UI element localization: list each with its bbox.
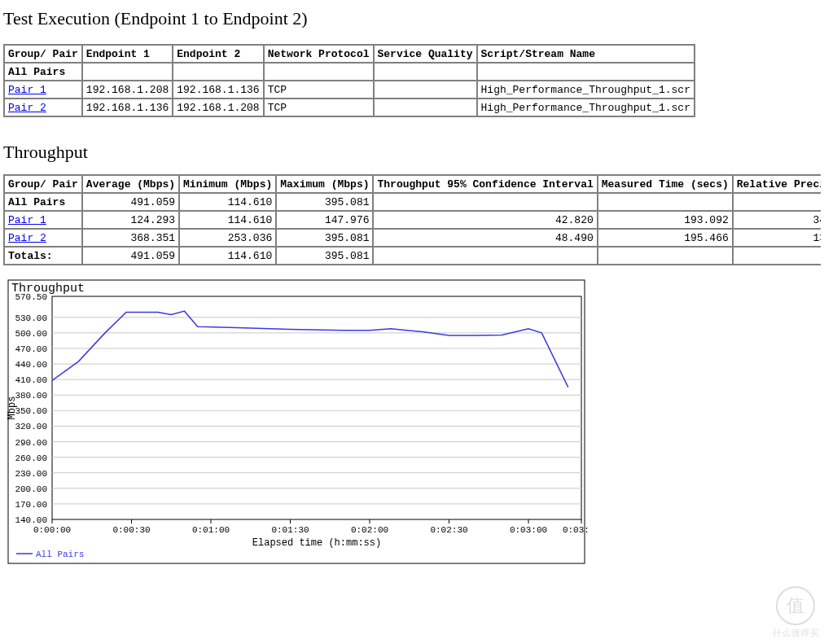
y-tick-label: 500.00 [15, 329, 47, 339]
rp-cell: 13.164 [733, 229, 821, 247]
min-cell: 253.036 [179, 229, 276, 247]
time-cell [598, 193, 733, 211]
y-tick-label: 350.00 [15, 406, 47, 416]
max-cell: 395.081 [276, 247, 373, 265]
pair-cell: All Pairs [4, 193, 82, 211]
t2-header-2: Minimum (Mbps) [179, 175, 276, 193]
rp-cell [733, 247, 821, 265]
x-tick-label: 0:02:30 [430, 525, 467, 535]
y-tick-label: 530.00 [15, 313, 47, 323]
table-row: All Pairs491.059114.610395.081 [4, 193, 821, 211]
throughput-chart: Throughput140.00170.00200.00230.00260.00… [3, 275, 821, 572]
pair-link[interactable]: Pair 2 [8, 232, 46, 244]
ci-cell [373, 193, 597, 211]
min-cell: 114.610 [179, 211, 276, 229]
min-cell: 114.610 [179, 193, 276, 211]
t1-header-4: Service Quality [374, 45, 477, 63]
script-cell: High_Performance_Throughput_1.scr [477, 81, 695, 99]
y-tick-label: 170.00 [15, 500, 47, 510]
script-cell [477, 63, 695, 81]
pair-cell: All Pairs [4, 63, 82, 81]
heading-test-execution: Test Execution (Endpoint 1 to Endpoint 2… [3, 8, 821, 29]
t2-header-4: Throughput 95% Confidence Interval [373, 175, 597, 193]
y-tick-label: 260.00 [15, 453, 47, 463]
y-axis-label: Mbps [7, 396, 18, 420]
y-tick-label: 320.00 [15, 422, 47, 432]
max-cell: 395.081 [276, 229, 373, 247]
x-tick-label: 0:01:00 [192, 525, 230, 535]
rp-cell [733, 193, 821, 211]
x-tick-label: 0:01:30 [271, 525, 309, 535]
ci-cell: 42.820 [373, 211, 597, 229]
t2-header-3: Maximum (Mbps) [276, 175, 373, 193]
table-row: Pair 1124.293114.610147.97642.820193.092… [4, 211, 821, 229]
time-cell [598, 247, 733, 265]
y-tick-label: 290.00 [15, 438, 47, 448]
y-tick-label: 440.00 [15, 360, 47, 370]
table-row: Pair 2192.168.1.136192.168.1.208TCPHigh_… [4, 99, 695, 116]
avg-cell: 491.059 [82, 193, 179, 211]
protocol-cell: TCP [264, 81, 374, 99]
service-quality-cell [374, 99, 477, 116]
max-cell: 395.081 [276, 193, 373, 211]
ci-cell [373, 247, 597, 265]
y-tick-label: 470.00 [15, 344, 47, 354]
endpoint1-cell: 192.168.1.208 [82, 81, 173, 99]
table-row: Pair 1192.168.1.208192.168.1.136TCPHigh_… [4, 81, 695, 99]
protocol-cell: TCP [264, 99, 374, 116]
y-tick-label: 200.00 [15, 484, 47, 494]
pair-cell: Pair 2 [4, 99, 82, 116]
table-row: Totals:491.059114.610395.081 [4, 247, 821, 265]
x-tick-label: 0:02:00 [351, 525, 388, 535]
pair-link[interactable]: Pair 2 [8, 102, 46, 114]
pair-cell: Pair 1 [4, 81, 82, 99]
avg-cell: 491.059 [82, 247, 179, 265]
y-tick-label: 380.00 [15, 391, 47, 401]
x-tick-label: 0:03:20 [563, 525, 590, 535]
t1-header-0: Group/ Pair [4, 45, 82, 63]
time-cell: 195.466 [598, 229, 733, 247]
endpoint2-cell: 192.168.1.136 [173, 81, 263, 99]
table-row: Pair 2368.351253.036395.08148.490195.466… [4, 229, 821, 247]
t2-header-1: Average (Mbps) [82, 175, 179, 193]
service-quality-cell [374, 63, 477, 81]
x-axis-label: Elapsed time (h:mm:ss) [252, 537, 381, 549]
y-tick-label: 570.50 [15, 292, 47, 302]
rp-cell: 34.451 [733, 211, 821, 229]
y-tick-label: 410.00 [15, 375, 47, 385]
table-row: All Pairs [4, 63, 695, 81]
ci-cell: 48.490 [373, 229, 597, 247]
t1-header-3: Network Protocol [264, 45, 374, 63]
pair-cell: Totals: [4, 247, 82, 265]
endpoint2-cell [173, 63, 263, 81]
series-line [52, 311, 568, 388]
endpoint2-cell: 192.168.1.208 [173, 99, 263, 116]
t2-header-0: Group/ Pair [4, 175, 82, 193]
x-tick-label: 0:00:00 [33, 525, 71, 535]
t1-header-2: Endpoint 2 [173, 45, 263, 63]
service-quality-cell [374, 81, 477, 99]
y-tick-label: 140.00 [15, 515, 47, 525]
test-execution-table: Group/ PairEndpoint 1Endpoint 2Network P… [3, 44, 695, 117]
pair-link[interactable]: Pair 1 [8, 214, 46, 226]
t1-header-5: Script/Stream Name [477, 45, 695, 63]
avg-cell: 124.293 [82, 211, 179, 229]
endpoint1-cell [82, 63, 173, 81]
pair-link[interactable]: Pair 1 [8, 84, 46, 96]
max-cell: 147.976 [276, 211, 373, 229]
avg-cell: 368.351 [82, 229, 179, 247]
throughput-table: Group/ PairAverage (Mbps)Minimum (Mbps)M… [3, 174, 821, 265]
chart-border [8, 280, 585, 563]
t2-header-5: Measured Time (secs) [598, 175, 733, 193]
pair-cell: Pair 2 [4, 229, 82, 247]
x-tick-label: 0:00:30 [112, 525, 150, 535]
x-tick-label: 0:03:00 [510, 525, 547, 535]
y-tick-label: 230.00 [15, 469, 47, 479]
t2-header-6: Relative Precision [733, 175, 821, 193]
time-cell: 193.092 [598, 211, 733, 229]
legend-label: All Pairs [36, 550, 84, 559]
heading-throughput: Throughput [3, 142, 821, 163]
protocol-cell [264, 63, 374, 81]
endpoint1-cell: 192.168.1.136 [82, 99, 173, 116]
pair-cell: Pair 1 [4, 211, 82, 229]
